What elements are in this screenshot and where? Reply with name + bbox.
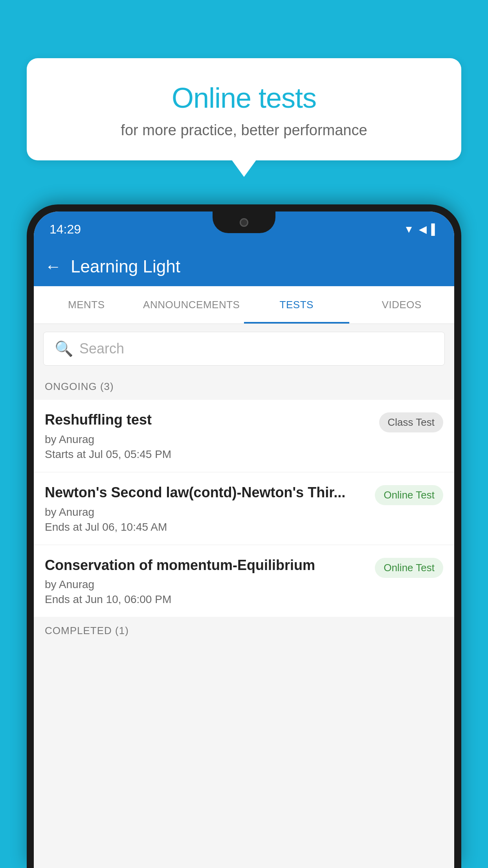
tab-ments[interactable]: MENTS xyxy=(34,286,139,324)
test-item-newtons[interactable]: Newton's Second law(contd)-Newton's Thir… xyxy=(34,473,454,544)
test-author-newtons: by Anurag xyxy=(45,506,367,519)
speech-bubble-container: Online tests for more practice, better p… xyxy=(27,58,461,160)
test-info-conservation: Conservation of momentum-Equilibrium by … xyxy=(45,556,367,606)
notch xyxy=(213,211,275,233)
wifi-icon: ▼ xyxy=(404,223,414,235)
signal-icon: ◀ xyxy=(419,223,427,235)
test-badge-class: Class Test xyxy=(379,412,443,432)
test-info-reshuffling: Reshuffling test by Anurag Starts at Jul… xyxy=(45,411,371,461)
test-name-reshuffling: Reshuffling test xyxy=(45,411,371,429)
test-author-reshuffling: by Anurag xyxy=(45,433,371,446)
tab-announcements[interactable]: ANNOUNCEMENTS xyxy=(139,286,244,324)
phone-screen: 14:29 ▼ ◀ ▌ ← Learning Light MENTS xyxy=(34,211,454,868)
test-badge-online-2: Online Test xyxy=(375,558,443,578)
status-icons: ▼ ◀ ▌ xyxy=(404,223,438,235)
app-title: Learning Light xyxy=(71,257,180,276)
search-bar[interactable]: 🔍 Search xyxy=(43,332,445,366)
test-badge-online-1: Online Test xyxy=(375,485,443,505)
tab-tests[interactable]: TESTS xyxy=(244,286,349,324)
status-bar: 14:29 ▼ ◀ ▌ xyxy=(34,211,454,247)
status-time: 14:29 xyxy=(50,222,81,237)
test-time-conservation: Ends at Jun 10, 06:00 PM xyxy=(45,593,367,606)
test-item-reshuffling[interactable]: Reshuffling test by Anurag Starts at Jul… xyxy=(34,400,454,472)
camera-dot xyxy=(240,218,248,227)
phone-frame: 14:29 ▼ ◀ ▌ ← Learning Light MENTS xyxy=(27,204,461,868)
test-info-newtons: Newton's Second law(contd)-Newton's Thir… xyxy=(45,484,367,533)
test-time-reshuffling: Starts at Jul 05, 05:45 PM xyxy=(45,448,371,461)
test-item-conservation[interactable]: Conservation of momentum-Equilibrium by … xyxy=(34,545,454,617)
bubble-title: Online tests xyxy=(42,82,446,114)
test-time-newtons: Ends at Jul 06, 10:45 AM xyxy=(45,521,367,533)
speech-bubble: Online tests for more practice, better p… xyxy=(27,58,461,160)
search-placeholder: Search xyxy=(79,340,124,357)
tabs-container: MENTS ANNOUNCEMENTS TESTS VIDEOS xyxy=(34,286,454,324)
test-author-conservation: by Anurag xyxy=(45,578,367,591)
bubble-subtitle: for more practice, better performance xyxy=(42,122,446,139)
search-container: 🔍 Search xyxy=(34,324,454,373)
ongoing-section-header: ONGOING (3) xyxy=(34,373,454,400)
list-content: ONGOING (3) Reshuffling test by Anurag S… xyxy=(34,373,454,868)
tab-videos[interactable]: VIDEOS xyxy=(349,286,455,324)
test-name-conservation: Conservation of momentum-Equilibrium xyxy=(45,556,367,575)
completed-section-header: COMPLETED (1) xyxy=(34,618,454,644)
back-button[interactable]: ← xyxy=(45,257,61,276)
app-bar: ← Learning Light xyxy=(34,247,454,286)
phone-container: 14:29 ▼ ◀ ▌ ← Learning Light MENTS xyxy=(27,204,461,868)
battery-icon: ▌ xyxy=(431,223,438,235)
test-name-newtons: Newton's Second law(contd)-Newton's Thir… xyxy=(45,484,367,502)
search-icon: 🔍 xyxy=(55,340,73,357)
